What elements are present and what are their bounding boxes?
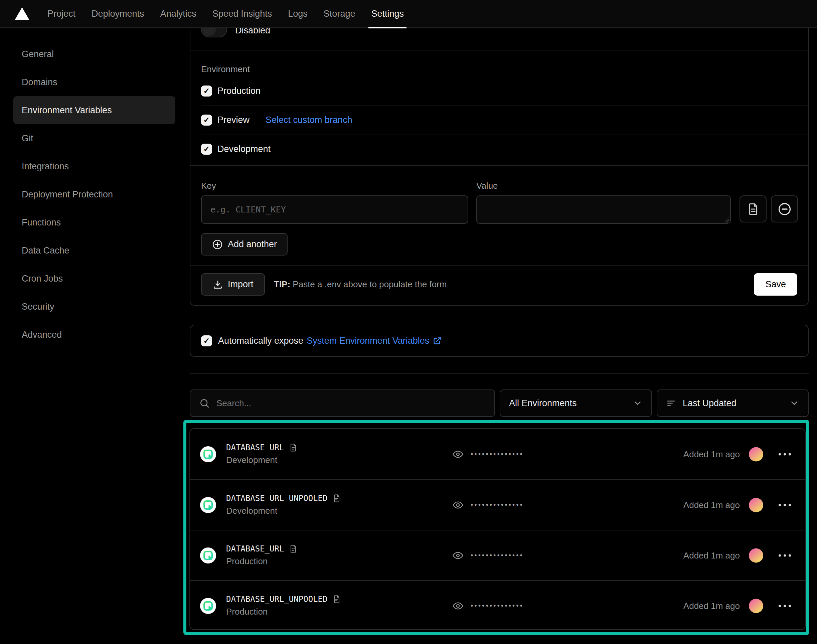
sidebar-item-data-cache[interactable]: Data Cache	[13, 236, 175, 265]
sidebar-item-environment-variables[interactable]: Environment Variables	[13, 96, 175, 124]
checkmark-icon: ✓	[204, 145, 210, 153]
reveal-value-eye-icon[interactable]	[451, 500, 464, 511]
added-timestamp: Added 1m ago	[684, 550, 740, 561]
add-variable-panel: Disabled Environment ✓ Production ✓ Prev…	[190, 12, 809, 306]
row-actions-menu-button[interactable]	[779, 453, 791, 455]
settings-sidebar: General Domains Environment Variables Gi…	[13, 40, 175, 349]
download-icon	[212, 279, 223, 290]
neon-integration-icon	[200, 598, 216, 614]
avatar	[749, 599, 763, 613]
note-icon[interactable]	[332, 494, 341, 503]
env-variable-row[interactable]: DATABASE_URL_UNPOOLED Production •••••••…	[190, 580, 805, 630]
tab-logs[interactable]: Logs	[288, 0, 308, 28]
environment-section-label: Environment	[201, 64, 250, 75]
tip-text: Paste a .env above to populate the form	[290, 279, 446, 289]
add-another-label: Add another	[228, 239, 277, 250]
note-icon[interactable]	[332, 595, 341, 604]
reveal-value-eye-icon[interactable]	[451, 601, 464, 611]
tab-analytics[interactable]: Analytics	[160, 0, 196, 28]
expose-system-env-checkbox[interactable]: ✓	[201, 335, 212, 347]
masked-value: ••••••••••••••	[471, 501, 524, 509]
production-checkbox[interactable]: ✓	[201, 86, 212, 97]
added-timestamp: Added 1m ago	[684, 449, 740, 459]
section-divider	[190, 50, 808, 51]
tab-settings[interactable]: Settings	[371, 0, 404, 28]
sidebar-item-general[interactable]: General	[13, 40, 175, 68]
masked-value: ••••••••••••••	[471, 601, 524, 610]
sidebar-item-integrations[interactable]: Integrations	[13, 152, 175, 180]
sort-value: Last Updated	[683, 398, 783, 408]
sidebar-item-cron-jobs[interactable]: Cron Jobs	[13, 265, 175, 293]
remove-row-button[interactable]	[771, 195, 798, 222]
preview-checkbox[interactable]: ✓	[201, 115, 212, 126]
add-another-button[interactable]: Add another	[201, 233, 288, 256]
env-variable-row[interactable]: DATABASE_URL Production •••••••••••••• A…	[190, 530, 805, 580]
env-key: DATABASE_URL	[226, 544, 284, 554]
search-icon	[199, 398, 210, 408]
key-label: Key	[201, 181, 216, 191]
environment-variables-settings-page: Project Deployments Analytics Speed Insi…	[0, 0, 817, 644]
env-variable-row[interactable]: DATABASE_URL_UNPOOLED Development ••••••…	[190, 479, 805, 530]
environment-filter-dropdown[interactable]: All Environments	[500, 389, 652, 417]
env-target: Development	[226, 506, 341, 516]
neon-integration-icon	[200, 446, 216, 462]
save-button[interactable]: Save	[754, 273, 797, 296]
environment-row-development: ✓ Development	[201, 144, 271, 155]
env-target: Production	[226, 607, 341, 617]
avatar	[749, 447, 763, 461]
env-key: DATABASE_URL_UNPOOLED	[226, 494, 327, 503]
sort-icon	[666, 398, 676, 408]
sidebar-item-git[interactable]: Git	[13, 124, 175, 152]
key-input[interactable]	[201, 195, 468, 224]
row-actions-menu-button[interactable]	[779, 604, 791, 607]
development-label: Development	[218, 144, 271, 154]
section-separator	[190, 373, 809, 374]
system-env-variables-link[interactable]: System Environment Variables	[307, 336, 429, 346]
reveal-value-eye-icon[interactable]	[451, 449, 464, 460]
row-actions-menu-button[interactable]	[779, 504, 791, 506]
top-nav: Project Deployments Analytics Speed Insi…	[0, 0, 817, 28]
paste-env-file-button[interactable]	[739, 195, 766, 222]
env-key: DATABASE_URL	[226, 443, 284, 452]
env-variable-row[interactable]: DATABASE_URL Development •••••••••••••• …	[190, 429, 805, 479]
section-divider	[190, 166, 808, 166]
select-custom-branch-link[interactable]: Select custom branch	[265, 115, 353, 125]
avatar	[749, 548, 763, 563]
environment-row-production: ✓ Production	[201, 86, 261, 97]
value-input[interactable]	[476, 195, 731, 224]
sort-dropdown[interactable]: Last Updated	[657, 389, 809, 417]
development-checkbox[interactable]: ✓	[201, 144, 212, 155]
sidebar-item-functions[interactable]: Functions	[13, 209, 175, 236]
row-divider	[201, 135, 808, 135]
tip-prefix: TIP:	[274, 279, 290, 289]
sidebar-item-advanced[interactable]: Advanced	[13, 320, 175, 349]
note-icon[interactable]	[288, 443, 298, 452]
note-icon[interactable]	[288, 544, 298, 554]
tab-storage[interactable]: Storage	[323, 0, 356, 28]
neon-integration-icon	[200, 547, 216, 563]
section-divider	[190, 265, 808, 265]
sidebar-item-security[interactable]: Security	[13, 293, 175, 320]
tab-deployments[interactable]: Deployments	[92, 0, 144, 28]
env-target: Production	[226, 556, 298, 566]
checkmark-icon: ✓	[204, 116, 210, 124]
chevron-down-icon	[633, 398, 643, 408]
sidebar-item-deployment-protection[interactable]: Deployment Protection	[13, 180, 175, 209]
reveal-value-eye-icon[interactable]	[451, 550, 464, 561]
env-target: Development	[226, 455, 298, 465]
search-input[interactable]	[216, 398, 486, 408]
minus-circle-icon	[777, 202, 792, 216]
env-key: DATABASE_URL_UNPOOLED	[226, 595, 327, 604]
active-tab-underline	[368, 27, 406, 28]
import-label: Import	[228, 279, 253, 290]
row-actions-menu-button[interactable]	[779, 554, 791, 557]
neon-integration-icon	[200, 497, 216, 513]
tab-project[interactable]: Project	[48, 0, 75, 28]
checkmark-icon: ✓	[204, 337, 210, 345]
import-button[interactable]: Import	[201, 273, 265, 296]
external-link-icon	[432, 336, 442, 345]
tab-speed-insights[interactable]: Speed Insights	[212, 0, 272, 28]
row-divider	[201, 106, 808, 106]
vercel-logo-icon[interactable]	[15, 7, 29, 20]
sidebar-item-domains[interactable]: Domains	[13, 68, 175, 96]
